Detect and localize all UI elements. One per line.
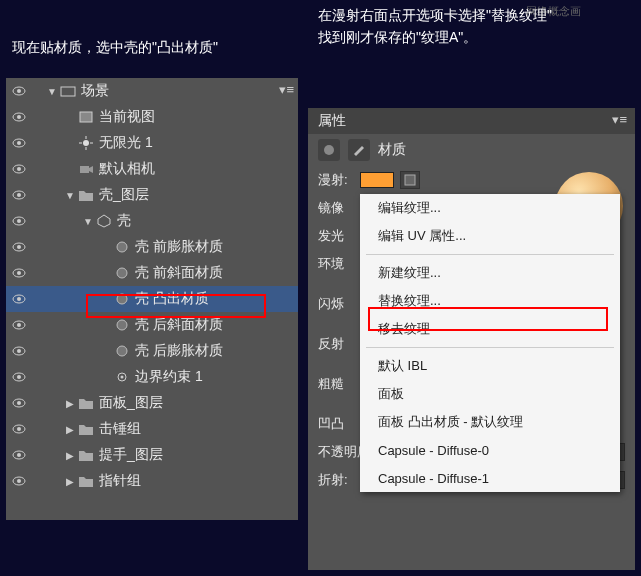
menu-item[interactable]: 移去纹理: [360, 315, 620, 343]
svg-point-40: [121, 376, 124, 379]
tree-row[interactable]: 壳 凸出材质: [6, 286, 298, 312]
visibility-eye-icon[interactable]: [10, 474, 28, 488]
material-icon: [113, 239, 131, 255]
diffuse-label: 漫射:: [318, 171, 354, 189]
svg-point-20: [17, 219, 21, 223]
visibility-eye-icon[interactable]: [10, 214, 28, 228]
brush-mode-icon[interactable]: [348, 139, 370, 161]
tree-row-label: 壳 后膨胀材质: [135, 342, 223, 360]
expand-arrow-icon[interactable]: ▼: [45, 86, 59, 97]
visibility-eye-icon[interactable]: [10, 240, 28, 254]
svg-point-4: [17, 115, 21, 119]
svg-point-29: [17, 297, 21, 301]
tree-row-label: 无限光 1: [99, 134, 153, 152]
menu-item[interactable]: 新建纹理...: [360, 259, 620, 287]
visibility-eye-icon[interactable]: [10, 84, 28, 98]
tree-row-label: 壳 前膨胀材质: [135, 238, 223, 256]
visibility-eye-icon[interactable]: [10, 266, 28, 280]
visibility-eye-icon[interactable]: [10, 136, 28, 150]
tree-row-label: 壳_图层: [99, 186, 149, 204]
visibility-eye-icon[interactable]: [10, 188, 28, 202]
folder-icon: [77, 421, 95, 437]
svg-point-36: [117, 346, 127, 356]
scene-icon: [59, 83, 77, 99]
out-label: 凹凸: [318, 415, 354, 433]
collapse-arrow-icon[interactable]: ▶: [63, 398, 77, 409]
tree-row[interactable]: 无限光 1: [6, 130, 298, 156]
visibility-eye-icon[interactable]: [10, 318, 28, 332]
tree-row-label: 指针组: [99, 472, 141, 490]
svg-point-30: [117, 294, 127, 304]
blink-label: 闪烁: [318, 295, 354, 313]
visibility-eye-icon[interactable]: [10, 396, 28, 410]
tree-row[interactable]: ▶指针组: [6, 468, 298, 494]
svg-point-18: [17, 193, 21, 197]
visibility-eye-icon[interactable]: [10, 110, 28, 124]
folder-icon: [77, 395, 95, 411]
collapse-arrow-icon[interactable]: ▶: [63, 450, 77, 461]
tree-row[interactable]: 壳 后膨胀材质: [6, 338, 298, 364]
specular-label: 镜像: [318, 199, 354, 217]
material-mode-icon[interactable]: [318, 139, 340, 161]
svg-point-7: [17, 141, 21, 145]
env-label: 环境: [318, 255, 354, 273]
menu-item[interactable]: Capsule - Diffuse-0: [360, 436, 620, 464]
visibility-eye-icon[interactable]: [10, 422, 28, 436]
properties-menu-icon[interactable]: ▾≡: [612, 112, 627, 127]
menu-item[interactable]: 替换纹理...: [360, 287, 620, 315]
tree-row-label: 当前视图: [99, 108, 155, 126]
svg-point-14: [17, 167, 21, 171]
tree-row[interactable]: 边界约束 1: [6, 364, 298, 390]
tree-row[interactable]: ▶提手_图层: [6, 442, 298, 468]
tree-row-label: 默认相机: [99, 160, 155, 178]
rough-label: 粗糙: [318, 375, 354, 393]
tree-row-label: 壳 凸出材质: [135, 290, 209, 308]
svg-point-42: [17, 401, 21, 405]
tree-row[interactable]: ▼壳_图层: [6, 182, 298, 208]
tree-row[interactable]: ▶面板_图层: [6, 390, 298, 416]
collapse-arrow-icon[interactable]: ▶: [63, 476, 77, 487]
diffuse-row: 漫射:: [308, 166, 635, 194]
tree-row[interactable]: ▶击锤组: [6, 416, 298, 442]
visibility-eye-icon[interactable]: [10, 448, 28, 462]
tree-row[interactable]: 壳 前膨胀材质: [6, 234, 298, 260]
reflect-label: 反射: [318, 335, 354, 353]
svg-marker-16: [89, 166, 93, 173]
tree-row-label: 击锤组: [99, 420, 141, 438]
tree-row[interactable]: 当前视图: [6, 104, 298, 130]
folder-icon: [77, 187, 95, 203]
tree-row-label: 场景: [81, 82, 109, 100]
collapse-arrow-icon[interactable]: ▶: [63, 424, 77, 435]
svg-point-33: [117, 320, 127, 330]
tree-row-label: 面板_图层: [99, 394, 163, 412]
tree-row[interactable]: ▼壳: [6, 208, 298, 234]
menu-item[interactable]: 编辑 UV 属性...: [360, 222, 620, 250]
menu-item[interactable]: 默认 IBL: [360, 352, 620, 380]
tree-row[interactable]: ▼场景: [6, 78, 298, 104]
svg-point-46: [17, 453, 21, 457]
tree-row[interactable]: 默认相机: [6, 156, 298, 182]
menu-item[interactable]: 面板 凸出材质 - 默认纹理: [360, 408, 620, 436]
menu-item[interactable]: 编辑纹理...: [360, 194, 620, 222]
light-icon: [77, 135, 95, 151]
svg-rect-5: [80, 112, 92, 122]
instruction-right-2: 找到刚才保存的"纹理A"。: [318, 26, 477, 48]
expand-arrow-icon[interactable]: ▼: [63, 190, 77, 201]
svg-point-32: [17, 323, 21, 327]
visibility-eye-icon[interactable]: [10, 344, 28, 358]
diffuse-color-swatch[interactable]: [360, 172, 394, 188]
diffuse-texture-button[interactable]: [400, 171, 420, 189]
svg-point-35: [17, 349, 21, 353]
tree-row-label: 边界约束 1: [135, 368, 203, 386]
tree-row-label: 壳: [117, 212, 131, 230]
visibility-eye-icon[interactable]: [10, 370, 28, 384]
tree-row[interactable]: 壳 前斜面材质: [6, 260, 298, 286]
menu-item[interactable]: 面板: [360, 380, 620, 408]
mesh-icon: [95, 213, 113, 229]
tree-row[interactable]: 壳 后斜面材质: [6, 312, 298, 338]
expand-arrow-icon[interactable]: ▼: [81, 216, 95, 227]
visibility-eye-icon[interactable]: [10, 162, 28, 176]
svg-point-38: [17, 375, 21, 379]
menu-item[interactable]: Capsule - Diffuse-1: [360, 464, 620, 492]
visibility-eye-icon[interactable]: [10, 292, 28, 306]
